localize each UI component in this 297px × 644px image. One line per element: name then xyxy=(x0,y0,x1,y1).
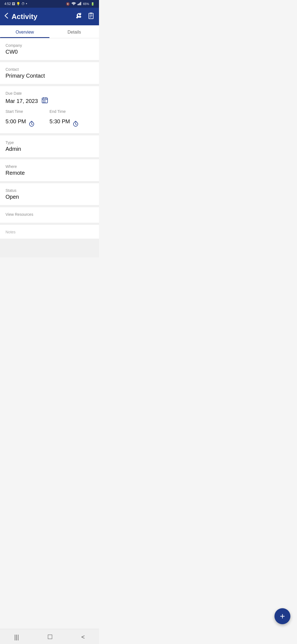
svg-rect-2 xyxy=(78,4,79,5)
end-time-icon[interactable] xyxy=(73,121,79,128)
start-time-col: Start Time 5:00 PM xyxy=(6,109,50,128)
status-dot: • xyxy=(26,2,27,6)
contact-label: Contact xyxy=(6,67,94,72)
due-date-label: Due Date xyxy=(6,91,94,95)
tabs: Overview Details xyxy=(0,25,99,38)
type-value: Admin xyxy=(6,146,94,152)
status-photo-icon: 🖼 xyxy=(12,2,15,6)
tab-details[interactable]: Details xyxy=(50,25,99,38)
start-time-icon[interactable] xyxy=(29,121,35,128)
svg-rect-15 xyxy=(45,100,45,101)
start-time-label: Start Time xyxy=(6,109,50,114)
company-section: Company CW0 xyxy=(0,38,99,60)
where-label: Where xyxy=(6,164,94,169)
svg-line-20 xyxy=(32,124,32,125)
tab-overview[interactable]: Overview xyxy=(0,25,50,38)
svg-point-0 xyxy=(73,5,74,5)
status-battery: 65% xyxy=(83,2,89,6)
end-time-col: End Time 5:30 PM xyxy=(50,109,94,128)
svg-rect-17 xyxy=(45,102,45,102)
status-value: Open xyxy=(6,194,94,200)
start-time-value: 5:00 PM xyxy=(6,118,26,125)
app-bar: Activity xyxy=(0,8,99,25)
due-date-value: Mar 17, 2023 xyxy=(6,98,38,104)
content-area: Company CW0 Contact Primary Contact Due … xyxy=(0,38,99,257)
status-bar-right: 🔇 65% 🔋 xyxy=(66,2,95,6)
where-value: Remote xyxy=(6,170,94,176)
status-mic-icon: 💡 xyxy=(16,2,20,6)
contact-value: Primary Contact xyxy=(6,73,94,79)
phone-rotate-button[interactable] xyxy=(75,12,82,21)
due-date-section: Due Date Mar 17, 2023 Start Time xyxy=(0,86,99,133)
status-wifi-icon xyxy=(72,2,76,6)
status-section: Status Open xyxy=(0,183,99,205)
contact-section: Contact Primary Contact xyxy=(0,62,99,84)
type-section: Type Admin xyxy=(0,135,99,157)
notes-label: Notes xyxy=(6,230,94,234)
status-bar: 4:52 🖼 💡 ⏱ • 🔇 65% 🔋 xyxy=(0,0,99,8)
svg-rect-6 xyxy=(90,13,92,14)
end-time-value: 5:30 PM xyxy=(50,118,70,125)
status-clock-icon: ⏱ xyxy=(21,2,25,6)
notes-section: Notes xyxy=(0,225,99,239)
svg-rect-1 xyxy=(78,4,78,5)
view-resources-label: View Resources xyxy=(6,212,94,217)
svg-rect-3 xyxy=(79,3,80,5)
status-signal-icon xyxy=(78,2,81,6)
status-bar-left: 4:52 🖼 💡 ⏱ • xyxy=(4,2,27,6)
status-mute-icon: 🔇 xyxy=(66,2,70,6)
due-date-row: Mar 17, 2023 xyxy=(6,97,94,105)
svg-line-23 xyxy=(76,124,76,125)
status-time: 4:52 xyxy=(4,2,11,6)
svg-rect-4 xyxy=(80,2,81,5)
svg-rect-14 xyxy=(43,100,44,101)
where-section: Where Remote xyxy=(0,159,99,181)
company-value: CW0 xyxy=(6,49,94,55)
company-label: Company xyxy=(6,43,94,48)
clipboard-button[interactable] xyxy=(87,12,95,21)
back-button[interactable] xyxy=(4,13,8,20)
type-label: Type xyxy=(6,140,94,145)
status-label: Status xyxy=(6,188,94,193)
time-row: Start Time 5:00 PM End Time xyxy=(6,109,94,128)
end-time-label: End Time xyxy=(50,109,94,114)
app-bar-actions xyxy=(75,12,95,21)
svg-rect-16 xyxy=(43,102,44,102)
status-battery-icon: 🔋 xyxy=(91,2,95,6)
view-resources-section: View Resources xyxy=(0,207,99,223)
page-title: Activity xyxy=(12,12,75,21)
calendar-icon[interactable] xyxy=(41,97,48,105)
